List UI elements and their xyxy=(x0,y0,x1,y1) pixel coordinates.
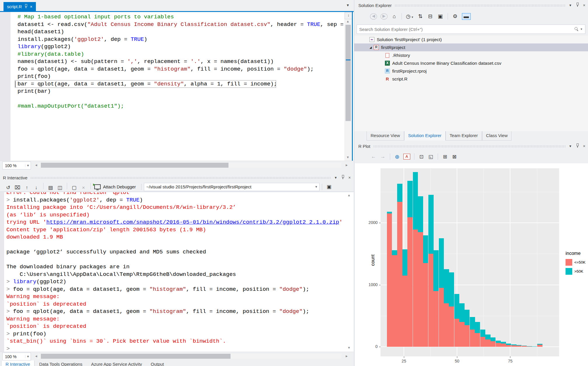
tree-item--rhistory[interactable]: .Rhistory xyxy=(354,51,588,59)
copy-icon[interactable]: ▣ xyxy=(437,13,444,20)
scrollbar-thumb[interactable] xyxy=(41,163,228,168)
plot-back-icon[interactable]: ← xyxy=(370,154,377,160)
chevron-down-icon[interactable]: ▼ xyxy=(569,3,572,7)
home-icon[interactable]: ⌂ xyxy=(391,13,397,20)
new-plot-window-icon[interactable]: ⊞ xyxy=(442,154,448,160)
tree-item-adult-census-income-binary-classificatio[interactable]: XAdult Census Income Binary Classificati… xyxy=(354,59,588,67)
scroll-right-icon[interactable]: ► xyxy=(343,163,350,167)
bar-le50k xyxy=(537,345,542,347)
scrollbar-thumb[interactable] xyxy=(346,25,351,121)
pin-icon[interactable] xyxy=(25,4,27,9)
bar-le50k xyxy=(511,345,517,347)
reset-icon[interactable]: ↺ xyxy=(5,185,11,191)
sync-with-active-document-icon[interactable]: ⇅ xyxy=(417,13,424,20)
pin-icon[interactable] xyxy=(576,143,579,149)
chevron-down-icon[interactable]: ▼ xyxy=(580,28,583,31)
pin-icon[interactable] xyxy=(341,175,344,180)
console-output: Error: could not find function "qplot"> … xyxy=(6,192,343,352)
solution-tree[interactable]: ∞Solution 'firstRproject' (1 project)◢Rf… xyxy=(354,36,588,131)
editor-gutter xyxy=(0,12,11,161)
expander-icon[interactable]: ◢ xyxy=(367,46,374,49)
chevron-down-icon[interactable]: ▼ xyxy=(334,176,337,179)
tab-data-tools-operations[interactable]: Data Tools Operations xyxy=(35,360,86,366)
tab-resource-view[interactable]: Resource View xyxy=(367,131,404,141)
pin-icon[interactable] xyxy=(576,3,579,8)
scroll-down-icon[interactable]: ▼ xyxy=(344,155,351,159)
chevron-down-icon[interactable]: ▼ xyxy=(346,3,350,7)
tab-solution-explorer[interactable]: Solution Explorer xyxy=(404,131,446,141)
tab-r-interactive[interactable]: R Interactive xyxy=(1,360,34,366)
tree-item-firstrproject[interactable]: ◢RfirstRproject xyxy=(354,43,588,51)
tab-class-view[interactable]: Class View xyxy=(482,131,512,141)
forward-icon[interactable]: ► xyxy=(381,13,388,20)
bar-le50k xyxy=(418,232,423,347)
tab-title: script.R xyxy=(7,4,22,9)
solution-explorer-header[interactable]: Solution Explorer ▼ × xyxy=(354,2,588,9)
remove-plot-icon[interactable]: ⊠ xyxy=(451,154,458,160)
scroll-right-icon[interactable]: ► xyxy=(343,354,350,358)
r-interactive-header[interactable]: R Interactive ▼ × xyxy=(0,174,354,181)
bar-le50k xyxy=(501,344,506,347)
show-all-files-icon[interactable]: ▬ xyxy=(462,13,471,20)
console-line xyxy=(6,241,343,249)
bar-gt50k xyxy=(506,344,511,345)
scroll-up-icon[interactable]: ▲ xyxy=(344,20,351,23)
editor-zoom-combo[interactable]: 100 % ▼ xyxy=(2,162,31,169)
scroll-down-icon[interactable]: ▼ xyxy=(346,346,353,349)
tab-output[interactable]: Output xyxy=(147,360,168,366)
attach-debugger-icon[interactable] xyxy=(94,184,101,189)
console-zoom-combo[interactable]: 100 % ▼ xyxy=(2,353,31,360)
tree-item-firstrproject-rproj[interactable]: RfirstRproject.rproj xyxy=(354,67,588,75)
export-pdf-icon[interactable]: A xyxy=(403,154,410,160)
interrupt-icon[interactable]: × xyxy=(80,185,87,191)
x-tick-mark xyxy=(510,356,510,358)
tab-azure-app-service-activity[interactable]: Azure App Service Activity xyxy=(87,360,146,366)
tree-item-script-r[interactable]: Rscript.R xyxy=(354,75,588,83)
collapse-all-icon[interactable]: ⊟ xyxy=(427,13,434,20)
tree-item-solution-firstrproject-1-project-[interactable]: ∞Solution 'firstRproject' (1 project) xyxy=(354,36,588,43)
bar-gt50k xyxy=(454,294,460,319)
save-workspace-icon[interactable]: ◫ xyxy=(57,185,63,191)
plot-forward-icon[interactable]: → xyxy=(380,154,386,160)
properties-wrench-icon[interactable]: ⚙ xyxy=(452,13,458,20)
new-session-icon[interactable]: ▢ xyxy=(71,185,77,191)
close-icon[interactable]: × xyxy=(30,5,32,9)
history-down-icon[interactable]: ↓ xyxy=(33,185,39,191)
search-box[interactable]: ▼ xyxy=(357,24,585,34)
close-icon[interactable]: × xyxy=(583,3,585,7)
clear-icon[interactable]: ⌧ xyxy=(14,185,21,191)
attach-debugger-button[interactable]: Attach Debugger xyxy=(103,184,136,189)
pending-changes-filter-icon[interactable]: ◷▼ xyxy=(406,13,414,20)
scroll-up-icon[interactable]: ▲ xyxy=(346,193,353,197)
copy-plot-icon[interactable]: ⊡ xyxy=(418,154,425,160)
export-web-icon[interactable]: ⊕ xyxy=(394,153,400,160)
bar-gt50k xyxy=(397,184,402,202)
scrollbar-thumb[interactable] xyxy=(41,354,231,359)
search-icon[interactable] xyxy=(574,27,579,31)
bar-le50k xyxy=(465,325,470,347)
history-up-icon[interactable]: ↑ xyxy=(24,185,30,191)
console-line: > foo = qplot(age, data = dataset1, geom… xyxy=(6,286,343,293)
tab-team-explorer[interactable]: Team Explorer xyxy=(446,131,482,141)
load-workspace-icon[interactable]: ▤ xyxy=(47,185,54,191)
r-interactive-console[interactable]: Error: could not find function "qplot"> … xyxy=(0,192,354,352)
document-tabstrip: script.R × ▼ xyxy=(0,0,354,11)
editor-vertical-scrollbar[interactable]: ↕ ▲ ▼ xyxy=(344,12,352,161)
splitter-grip-icon[interactable]: ↕ xyxy=(345,12,352,19)
duplicate-plot-window-icon[interactable]: ◱ xyxy=(428,154,434,160)
copy-icon[interactable]: ▣ xyxy=(326,184,332,190)
chevron-down-icon[interactable]: ▼ xyxy=(569,144,572,148)
console-line: > print(foo) xyxy=(6,330,343,338)
chevron-down-icon: ▼ xyxy=(411,16,414,19)
close-icon[interactable]: × xyxy=(583,144,585,148)
r-plot-header[interactable]: R Plot ▼ × xyxy=(354,142,588,150)
code-line: print(foo) xyxy=(18,73,354,80)
tab-script-r[interactable]: script.R × xyxy=(4,2,36,11)
back-icon[interactable]: ◄ xyxy=(370,13,377,20)
code-text[interactable]: # Map 1-based optional input ports to va… xyxy=(18,13,354,110)
working-directory-combo[interactable]: ~/visual studio 2015/Projects/firstRproj… xyxy=(144,183,320,191)
code-editor[interactable]: # Map 1-based optional input ports to va… xyxy=(0,12,354,161)
close-icon[interactable]: × xyxy=(348,176,351,180)
search-input[interactable] xyxy=(357,27,574,32)
x-tick-mark xyxy=(457,356,457,358)
